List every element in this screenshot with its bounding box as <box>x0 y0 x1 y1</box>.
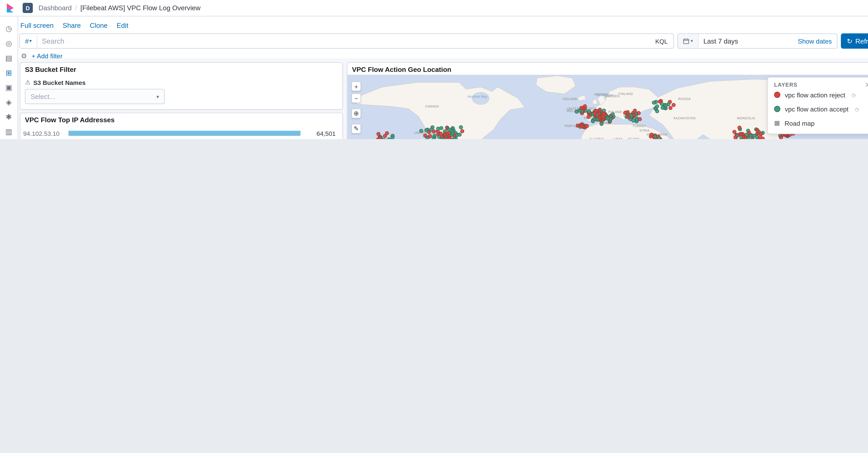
share-link[interactable]: Share <box>63 22 81 30</box>
svg-text:KAZAKHSTAN: KAZAKHSTAN <box>673 117 695 120</box>
ip-label: 94.102.53.10 <box>23 130 69 137</box>
show-dates-link[interactable]: Show dates <box>798 38 837 44</box>
layer-time-icon: ◷ <box>851 92 856 98</box>
dashboard-grid: S3 Bucket Filter ⚠ S3 Bucket Names Selec… <box>18 58 868 139</box>
layer-item[interactable]: vpc flow action accept◷ <box>774 102 868 116</box>
map-controls: +−⊕✎ <box>351 82 361 133</box>
top-ip-bar-chart: 94.102.53.1064,501172.31.3.5828,319172.3… <box>20 126 342 139</box>
svg-text:RUSSIA: RUSSIA <box>678 97 691 101</box>
main-area: Full screenShareCloneEdit # ▾ KQL ▾ Last… <box>18 17 868 139</box>
s3-bucket-select[interactable]: Select... ▾ <box>25 89 164 104</box>
svg-text:ALGERIA: ALGERIA <box>589 137 604 139</box>
page-title: [Filebeat AWS] VPC Flow Log Overview <box>81 4 200 12</box>
bar-value: 28,319 <box>301 139 336 139</box>
layer-color-dot <box>774 92 780 98</box>
search-bar: # ▾ KQL <box>19 33 674 49</box>
dashboard-nav-icon[interactable]: ⊞ <box>4 68 13 77</box>
svg-text:North Sea: North Sea <box>597 93 613 97</box>
zoom-out-button[interactable]: − <box>351 93 361 103</box>
top-ip-row[interactable]: 172.31.3.5828,319 <box>20 138 342 139</box>
hash-icon: # <box>25 37 29 45</box>
top-header: D Dashboard / [Filebeat AWS] VPC Flow Lo… <box>0 0 868 17</box>
date-picker[interactable]: ▾ Last 7 days Show dates <box>677 33 837 49</box>
svg-text:POLAND: POLAND <box>608 110 622 114</box>
map-layers-legend: LAYERS ≫ vpc flow action reject◷vpc flow… <box>767 77 868 134</box>
svg-text:IRAN: IRAN <box>659 133 667 136</box>
zoom-in-button[interactable]: + <box>351 82 361 91</box>
bar <box>68 131 300 136</box>
road-map-icon: ▦ <box>774 121 780 125</box>
chevron-down-icon: ▾ <box>156 94 164 99</box>
svg-text:EGYPT: EGYPT <box>628 137 639 139</box>
discover-nav-icon[interactable]: ◎ <box>4 39 13 48</box>
panel-title: VPC Flow Top IP Addresses <box>20 113 342 126</box>
recently-viewed-nav-icon[interactable]: ◷ <box>4 24 13 33</box>
layer-item[interactable]: vpc flow action reject◷ <box>774 88 868 102</box>
dashboard-menubar: Full screenShareCloneEdit <box>18 17 868 33</box>
breadcrumb-separator: / <box>75 4 77 12</box>
calendar-icon <box>683 38 689 44</box>
refresh-button[interactable]: ↻ Refresh <box>841 33 868 49</box>
svg-text:ICELAND: ICELAND <box>563 97 577 101</box>
s3-bucket-names-label: S3 Bucket Names <box>33 79 86 86</box>
panel-top-ip-addresses: VPC Flow Top IP Addresses 94.102.53.1064… <box>20 113 343 139</box>
full-screen-link[interactable]: Full screen <box>20 22 54 30</box>
filter-set-button[interactable]: # ▾ <box>20 34 37 48</box>
layer-label: vpc flow action reject <box>785 91 845 98</box>
world-map[interactable]: CANADAUNITED STATESMEXICOCUBAGUATEMALAVE… <box>347 75 868 139</box>
canvas-nav-icon[interactable]: ▣ <box>4 83 13 92</box>
svg-text:SYRIA: SYRIA <box>639 129 650 132</box>
svg-text:FINLAND: FINLAND <box>619 92 633 96</box>
layer-label: vpc flow action accept <box>785 105 848 112</box>
refresh-icon: ↻ <box>847 37 852 45</box>
date-range-value[interactable]: Last 7 days <box>699 37 738 45</box>
kibana-app: { "header": { "breadcrumb_root": "Dashbo… <box>0 0 868 139</box>
ip-label: 172.31.3.58 <box>23 139 69 139</box>
svg-text:LIBYA: LIBYA <box>613 137 623 139</box>
collapse-layers-icon[interactable]: ≫ <box>866 82 868 88</box>
layers-title: LAYERS <box>774 82 798 88</box>
dashboard-badge: D <box>23 3 33 13</box>
svg-text:MONGOLIA: MONGOLIA <box>737 117 755 120</box>
draw-filter-button[interactable]: ✎ <box>351 124 361 133</box>
layer-item[interactable]: ▦Road map <box>774 116 868 130</box>
query-bar: # ▾ KQL ▾ Last 7 days Show dates ↻ Refre… <box>19 33 868 49</box>
clone-link[interactable]: Clone <box>90 22 107 30</box>
experimental-warning-icon: ⚠ <box>25 79 30 86</box>
top-ip-row[interactable]: 94.102.53.1064,501 <box>20 129 342 138</box>
panel-title: S3 Bucket Filter <box>20 63 342 76</box>
svg-text:TURKEY: TURKEY <box>632 124 646 128</box>
layer-color-dot <box>774 106 780 112</box>
edit-link[interactable]: Edit <box>117 22 128 30</box>
machine-learning-nav-icon[interactable]: ✱ <box>4 113 13 121</box>
kibana-logo[interactable] <box>6 3 15 12</box>
bar-value: 64,501 <box>301 130 336 137</box>
chevron-down-icon: ▾ <box>690 38 693 43</box>
metrics-nav-icon[interactable]: ▥ <box>4 127 13 136</box>
svg-text:Hudson Bay: Hudson Bay <box>467 94 488 98</box>
breadcrumb: Dashboard / [Filebeat AWS] VPC Flow Log … <box>38 4 200 12</box>
layer-time-icon: ◷ <box>855 106 859 112</box>
calendar-button[interactable]: ▾ <box>678 34 699 48</box>
bar-track <box>68 131 300 136</box>
visualize-nav-icon[interactable]: ▤ <box>4 54 13 62</box>
layer-label: Road map <box>784 120 814 126</box>
panel-title: VPC Flow Action Geo Location <box>347 63 868 76</box>
panel-s3-bucket-filter: S3 Bucket Filter ⚠ S3 Bucket Names Selec… <box>20 62 343 110</box>
svg-text:CANADA: CANADA <box>425 105 439 108</box>
search-input[interactable] <box>37 34 650 48</box>
fit-to-bounds-button[interactable]: ⊕ <box>351 109 361 118</box>
kql-toggle[interactable]: KQL <box>650 38 673 44</box>
sidebar: ◷◎▤⊞▣◈✱▥☰◬♡▲✎♥⚙ « <box>0 17 18 139</box>
maps-nav-icon[interactable]: ◈ <box>4 98 13 107</box>
panel-geo-location-map: VPC Flow Action Geo Location <box>347 62 868 139</box>
breadcrumb-dashboard[interactable]: Dashboard <box>38 4 72 12</box>
chevron-down-icon: ▾ <box>29 38 32 43</box>
